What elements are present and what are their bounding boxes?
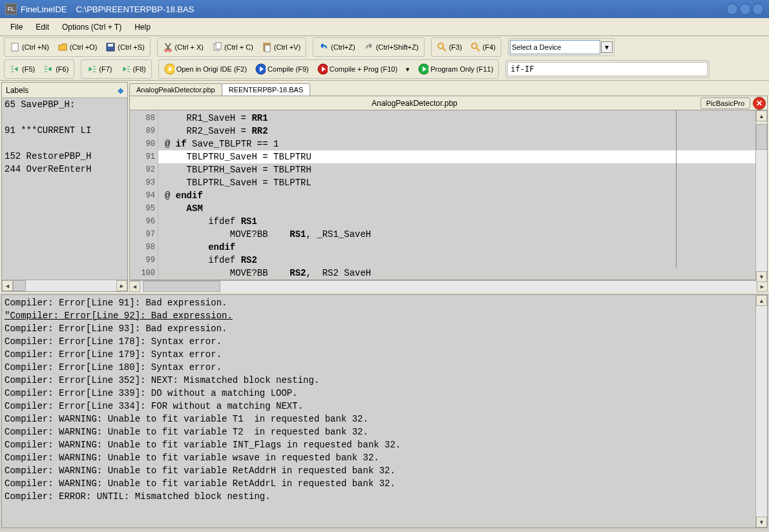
redo-button[interactable]: (Ctrl+Shift+Z) <box>360 39 423 55</box>
snippet-field[interactable] <box>507 62 708 76</box>
editor-panel: AnalogPeakDetector.pbp REENTERPBP-18.BAS… <box>129 82 768 292</box>
outdent-f7-button[interactable]: (F7) <box>83 61 116 77</box>
output-vscroll[interactable]: ▲ ▼ <box>755 295 767 527</box>
indent-left-icon <box>87 64 97 74</box>
window-controls <box>726 3 764 15</box>
open-ide-button[interactable]: Open in Origi IDE (F2) <box>160 61 251 77</box>
output-content[interactable]: Compiler: Error[Line 91]: Bad expression… <box>2 295 755 527</box>
editor-vscroll[interactable]: ▲ ▼ <box>755 110 767 280</box>
scroll-down-icon[interactable]: ▼ <box>756 271 767 282</box>
find-button[interactable]: (F3) <box>433 39 466 55</box>
titlebar: FL FineLineIDE C:\PBP\REENTERPBP-18.BAS <box>0 0 769 18</box>
svg-rect-6 <box>216 43 221 49</box>
menu-help[interactable]: Help <box>128 20 157 34</box>
device-select[interactable] <box>510 40 600 54</box>
chevron-down-icon: ▾ <box>406 65 410 74</box>
main-area: Labels ◆ 65 SavePBP_H: 91 ***CURRENT LI … <box>0 81 769 293</box>
tab-reenterpbp[interactable]: REENTERPBP-18.BAS <box>222 83 311 96</box>
cut-icon <box>163 42 173 52</box>
new-button[interactable]: (Ctrl +N) <box>6 39 53 55</box>
program-only-button[interactable]: Program Only (F11) <box>414 61 497 77</box>
scroll-right-icon[interactable]: ► <box>757 281 768 292</box>
editor-tabs: AnalogPeakDetector.pbp REENTERPBP-18.BAS <box>129 82 768 96</box>
play-red-icon <box>317 64 328 74</box>
editor-header: AnalogPeakDetector.pbp PicBasicPro ✕ <box>129 96 768 110</box>
indent-left-icon <box>121 64 131 74</box>
scroll-left-icon[interactable]: ◄ <box>129 281 140 292</box>
labels-list[interactable]: 65 SavePBP_H: 91 ***CURRENT LI 152 Resto… <box>2 98 127 280</box>
outdent-f8-button[interactable]: (F8) <box>117 61 150 77</box>
language-badge[interactable]: PicBasicPro <box>701 97 750 109</box>
scroll-down-icon[interactable]: ▼ <box>756 517 767 527</box>
app-name: FineLineIDE <box>21 5 67 14</box>
toolbars: (Ctrl +N) (Ctrl +O) (Ctrl +S) (Ctrl + X)… <box>0 36 769 81</box>
svg-rect-2 <box>108 44 113 46</box>
svg-line-12 <box>476 48 479 51</box>
compile-prog-button[interactable]: Compile + Prog (F10) <box>313 61 401 77</box>
labels-header[interactable]: Labels ◆ <box>2 83 127 98</box>
svg-line-10 <box>443 48 446 51</box>
play-yellow-icon <box>164 64 174 74</box>
svg-point-4 <box>169 49 171 52</box>
copy-button[interactable]: (Ctrl + C) <box>208 39 257 55</box>
labels-panel: Labels ◆ 65 SavePBP_H: 91 ***CURRENT LI … <box>1 82 128 292</box>
app-icon: FL <box>5 3 17 15</box>
code-area[interactable]: RR1_SaveH = RR1 RR2_SaveH = RR2@ if Save… <box>158 110 755 280</box>
play-blue-icon <box>255 64 266 74</box>
svg-point-9 <box>438 43 443 48</box>
search-next-icon <box>470 42 481 52</box>
menu-edit[interactable]: Edit <box>29 20 56 34</box>
save-button[interactable]: (Ctrl +S) <box>101 39 148 55</box>
indent-right-icon <box>10 64 20 74</box>
diamond-icon: ◆ <box>118 86 123 95</box>
redo-icon <box>364 42 374 52</box>
labels-hscroll[interactable]: ◄ ► <box>2 280 127 291</box>
copy-icon <box>212 42 222 52</box>
save-icon <box>105 42 116 52</box>
indent-f5-button[interactable]: (F5) <box>6 61 39 77</box>
output-panel: Compiler: Error[Line 91]: Bad expression… <box>1 294 768 528</box>
scroll-left-icon[interactable]: ◄ <box>2 280 13 291</box>
scroll-up-icon[interactable]: ▲ <box>756 110 767 121</box>
device-dropdown-arrow[interactable]: ▾ <box>601 41 613 53</box>
maximize-button[interactable] <box>739 3 751 15</box>
menubar: File Edit Options (Ctrl + T) Help <box>0 18 769 36</box>
svg-rect-0 <box>12 43 18 51</box>
print-margin <box>676 110 677 268</box>
new-file-icon <box>10 42 20 52</box>
open-button[interactable]: (Ctrl +O) <box>54 39 101 55</box>
search-icon <box>437 42 447 52</box>
compile-button[interactable]: Compile (F9) <box>251 61 313 77</box>
cut-button[interactable]: (Ctrl + X) <box>159 39 207 55</box>
toolbar-row-1: (Ctrl +N) (Ctrl +O) (Ctrl +S) (Ctrl + X)… <box>0 36 769 58</box>
svg-rect-8 <box>265 45 270 52</box>
paste-icon <box>262 42 272 52</box>
line-gutter: 888990919293949596979899100 <box>130 110 158 280</box>
undo-icon <box>319 42 329 52</box>
tab-analogpeak[interactable]: AnalogPeakDetector.pbp <box>129 83 222 96</box>
compile-prog-dropdown[interactable]: ▾ <box>402 61 414 77</box>
close-window-button[interactable] <box>752 3 764 15</box>
editor-body: 888990919293949596979899100 RR1_SaveH = … <box>129 110 768 280</box>
play-green-icon <box>418 64 428 74</box>
file-path: C:\PBP\REENTERPBP-18.BAS <box>76 5 195 14</box>
minimize-button[interactable] <box>726 3 738 15</box>
menu-options[interactable]: Options (Ctrl + T) <box>56 20 128 34</box>
folder-open-icon <box>58 42 68 52</box>
toolbar-row-2: (F5) (F6) (F7) (F8) Open in Origi IDE (F… <box>0 58 769 80</box>
indent-f6-button[interactable]: (F6) <box>39 61 72 77</box>
paste-button[interactable]: (Ctrl +V) <box>258 39 304 55</box>
findnext-button[interactable]: (F4) <box>467 39 500 55</box>
labels-title: Labels <box>6 86 28 95</box>
menu-file[interactable]: File <box>4 20 29 34</box>
editor-file-title: AnalogPeakDetector.pbp <box>130 99 699 108</box>
editor-hscroll[interactable]: ◄ ► <box>129 280 768 292</box>
svg-point-11 <box>472 43 477 48</box>
undo-button[interactable]: (Ctrl+Z) <box>315 39 359 55</box>
scroll-up-icon[interactable]: ▲ <box>756 295 767 306</box>
close-file-button[interactable]: ✕ <box>753 97 766 110</box>
scroll-right-icon[interactable]: ► <box>116 280 127 291</box>
indent-right-icon <box>43 64 54 74</box>
svg-point-3 <box>165 49 167 52</box>
